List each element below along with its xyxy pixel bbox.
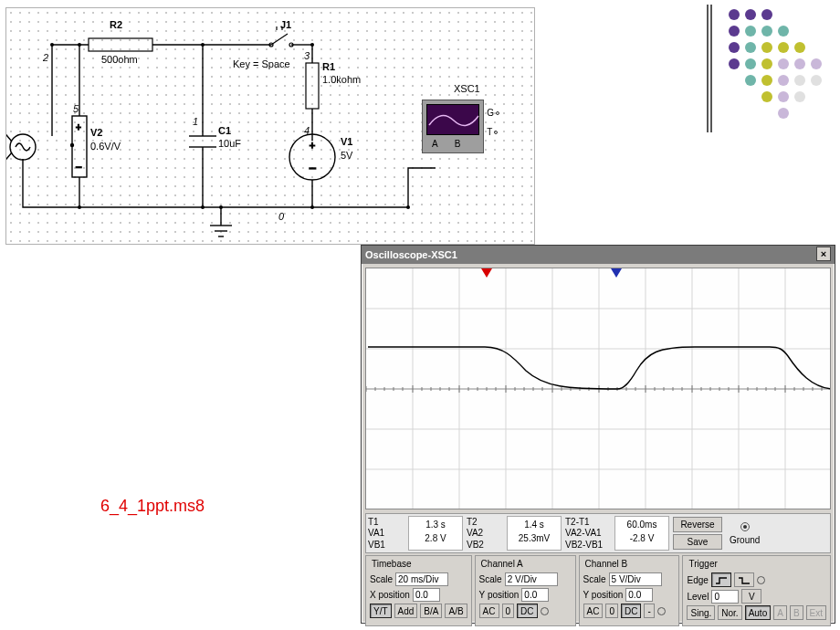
chB-ypos-label: Y position — [583, 590, 624, 600]
scope-termA: A — [432, 139, 438, 149]
c1-label: C1 — [218, 125, 231, 136]
oscilloscope-window: Oscilloscope-XSC1 × — [361, 245, 835, 624]
chB-scale-input[interactable] — [609, 572, 662, 586]
trigger-panel: Trigger Edge Level V Sing. Nor. Auto — [682, 555, 831, 626]
timebase-xpos-label: X position — [370, 590, 410, 600]
channelB-panel: Channel B Scale Y position AC 0 DC - — [579, 555, 680, 626]
r2-value: 500ohm — [101, 54, 138, 65]
save-button[interactable]: Save — [673, 534, 722, 550]
chB-0-button[interactable]: 0 — [605, 604, 618, 618]
svg-point-10 — [71, 144, 74, 147]
chB-probe-icon[interactable] — [657, 607, 666, 615]
reverse-button[interactable]: Reverse — [673, 517, 722, 532]
trigB-button[interactable]: B — [790, 605, 803, 620]
cursor-t1[interactable] — [481, 268, 492, 278]
timebase-scale-input[interactable] — [395, 572, 448, 586]
titlebar[interactable]: Oscilloscope-XSC1 × — [362, 246, 835, 264]
window-title: Oscilloscope-XSC1 — [365, 246, 457, 264]
edge-falling-button[interactable] — [734, 572, 754, 587]
chA-ypos-input[interactable] — [521, 588, 549, 602]
scope-instrument-icon[interactable]: A B G T — [422, 100, 484, 153]
edge-label: Edge — [687, 575, 708, 585]
cursor-t2[interactable] — [611, 268, 622, 278]
chB-inv-button[interactable]: - — [644, 604, 654, 618]
channelB-title: Channel B — [583, 559, 630, 569]
xsc1-label: XSC1 — [454, 83, 480, 94]
file-caption: 6_4_1ppt.ms8 — [100, 498, 205, 514]
dt-values: 60.0ms -2.8 V — [614, 516, 669, 551]
auto-button[interactable]: Auto — [745, 605, 772, 620]
j1-label: J1 — [280, 19, 291, 30]
ground-option[interactable]: Ground — [724, 514, 765, 552]
scope-grid-icon — [366, 268, 831, 509]
falling-edge-icon — [738, 576, 751, 585]
node-3: 3 — [304, 50, 310, 61]
chA-ac-button[interactable]: AC — [479, 604, 499, 618]
node-5: 5 — [73, 103, 79, 114]
timebase-title: Timebase — [370, 559, 414, 569]
r1-label: R1 — [322, 61, 335, 72]
svg-rect-3 — [306, 63, 319, 109]
timebase-scale-label: Scale — [370, 574, 393, 584]
svg-point-24 — [310, 205, 314, 209]
nor-button[interactable]: Nor. — [718, 605, 741, 620]
v1-label: V1 — [341, 136, 352, 147]
circuit-schematic: + − + − — [5, 7, 535, 245]
node-4: 4 — [304, 125, 310, 136]
svg-text:+: + — [310, 140, 315, 151]
chB-dc-button[interactable]: DC — [621, 604, 641, 618]
svg-rect-0 — [89, 38, 152, 51]
trigger-probe-icon[interactable] — [757, 576, 765, 584]
t1-values: 1.3 s 2.8 V — [408, 516, 463, 551]
level-unit-button[interactable]: V — [741, 589, 761, 604]
close-icon[interactable]: × — [816, 247, 831, 261]
t1-labels: T1 VA1 VB1 — [366, 514, 408, 552]
scope-termB: B — [455, 139, 461, 149]
chA-ypos-label: Y position — [479, 590, 520, 600]
trigger-title: Trigger — [687, 559, 719, 569]
chA-probe-icon[interactable] — [541, 607, 549, 615]
r1-value: 1.0kohm — [322, 74, 361, 85]
svg-point-27 — [406, 205, 410, 209]
svg-point-22 — [310, 43, 314, 47]
v2-label: V2 — [90, 127, 102, 138]
ground-radio-icon[interactable] — [740, 522, 750, 531]
readout-strip: T1 VA1 VB1 1.3 s 2.8 V T2 VA2 VB2 1.4 s … — [365, 513, 831, 553]
svg-point-20 — [78, 43, 81, 47]
svg-point-19 — [50, 43, 54, 47]
r2-label: R2 — [110, 19, 122, 30]
rising-edge-icon — [715, 576, 728, 585]
sing-button[interactable]: Sing. — [687, 605, 715, 620]
scope-display[interactable] — [365, 268, 831, 509]
node-1: 1 — [193, 116, 198, 127]
edge-rising-button[interactable] — [711, 572, 731, 587]
yt-button[interactable]: Y/T — [370, 604, 392, 618]
level-label: Level — [687, 592, 709, 602]
chB-scale-label: Scale — [583, 574, 606, 584]
chA-scale-label: Scale — [479, 574, 502, 584]
timebase-xpos-input[interactable] — [413, 588, 440, 602]
timebase-panel: Timebase Scale X position Y/T Add B/A A/… — [365, 555, 472, 626]
chA-scale-input[interactable] — [505, 572, 558, 586]
decor-dots — [729, 9, 822, 119]
svg-text:−: − — [309, 161, 316, 175]
level-input[interactable] — [711, 590, 739, 604]
svg-text:−: − — [75, 161, 81, 173]
chA-0-button[interactable]: 0 — [502, 604, 515, 618]
add-button[interactable]: Add — [394, 604, 418, 618]
chB-ac-button[interactable]: AC — [583, 604, 604, 618]
chA-dc-button[interactable]: DC — [517, 604, 537, 618]
svg-point-23 — [201, 205, 205, 209]
trigA-button[interactable]: A — [773, 605, 787, 620]
v2-value: 0.6V/V — [90, 141, 121, 152]
ba-button[interactable]: B/A — [420, 604, 442, 618]
trigExt-button[interactable]: Ext — [806, 605, 826, 620]
j1-key: Key = Space — [233, 58, 290, 69]
v1-value: 5V — [341, 150, 352, 161]
scope-termT: T — [487, 127, 492, 137]
ab-button[interactable]: A/B — [445, 604, 467, 618]
svg-text:+: + — [76, 122, 81, 132]
svg-point-26 — [219, 205, 223, 209]
t2-labels: T2 VA2 VB2 — [465, 514, 507, 552]
chB-ypos-input[interactable] — [625, 588, 653, 602]
